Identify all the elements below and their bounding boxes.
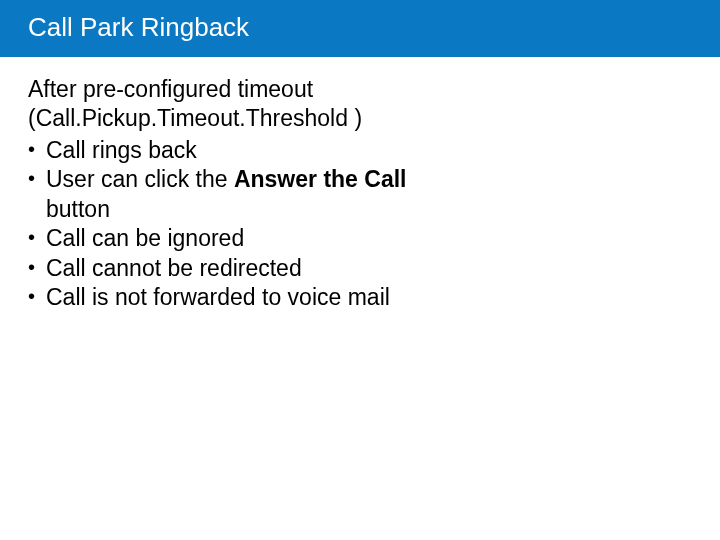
bullet-text-post: button [46,196,110,222]
list-item: Call can be ignored [28,224,472,253]
bullet-text-bold: Answer the Call [234,166,407,192]
bullet-text-pre: User can click the [46,166,234,192]
intro-line-2: (Call.Pickup.Timeout.Threshold ) [28,105,362,131]
bullet-text: Call rings back [46,137,197,163]
list-item: Call is not forwarded to voice mail [28,283,472,312]
bullet-list: Call rings back User can click the Answe… [28,136,472,313]
list-item: User can click the Answer the Call butto… [28,165,472,224]
list-item: Call cannot be redirected [28,254,472,283]
slide-title: Call Park Ringback [0,0,720,57]
bullet-text: Call cannot be redirected [46,255,302,281]
slide-body: After pre-configured timeout (Call.Picku… [0,57,500,313]
intro-line-1: After pre-configured timeout [28,76,313,102]
slide: Call Park Ringback After pre-configured … [0,0,720,540]
intro-text: After pre-configured timeout (Call.Picku… [28,75,472,134]
bullet-text: Call can be ignored [46,225,244,251]
list-item: Call rings back [28,136,472,165]
bullet-text: Call is not forwarded to voice mail [46,284,390,310]
